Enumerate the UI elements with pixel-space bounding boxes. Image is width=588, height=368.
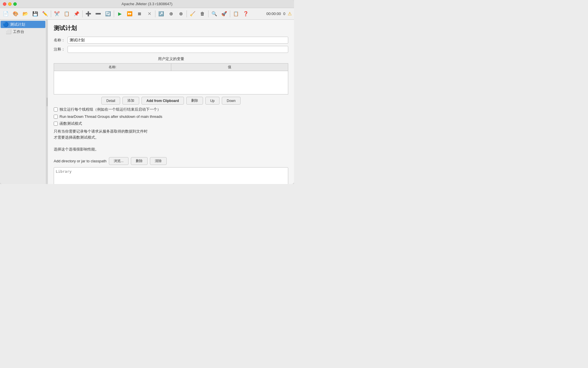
close-button[interactable] xyxy=(3,2,6,6)
open-templates-button[interactable]: 🎨 xyxy=(11,9,20,18)
copy-button[interactable]: 📋 xyxy=(62,9,71,18)
sidebar: 🔵 测试计划 ⬜ 工作台 xyxy=(0,20,46,184)
variables-thead: 名称: 值 xyxy=(54,64,288,71)
separator-7 xyxy=(230,10,230,17)
save-button[interactable]: 💾 xyxy=(31,9,40,18)
stop-button[interactable]: ⏹ xyxy=(135,9,144,18)
delete-classpath-button[interactable]: 删除 xyxy=(131,157,148,165)
reset-button[interactable]: 🚀 xyxy=(219,9,229,18)
clear-all-button[interactable]: 🗑 xyxy=(198,9,207,18)
workbench-icon: ⬜ xyxy=(6,29,12,34)
clear-button[interactable]: 🧹 xyxy=(188,9,197,18)
window-title: Apache JMeter (3.3 r1808647) xyxy=(122,2,172,6)
down-button[interactable]: Down xyxy=(222,97,241,105)
list-button[interactable]: 📋 xyxy=(231,9,241,18)
independent-run-label: 独立运行每个线程组（例如在一个组运行结束后启动下一个） xyxy=(59,107,161,112)
sidebar-item-test-plan-label: 测试计划 xyxy=(10,22,25,27)
function-test-label: 函数测试模式 xyxy=(59,121,82,126)
resize-handle[interactable] xyxy=(46,20,48,184)
function-test-row: 函数测试模式 xyxy=(54,121,288,126)
add-from-clipboard-button[interactable]: Add from Clipboard xyxy=(142,97,184,105)
separator-6 xyxy=(208,10,209,17)
col-value-header: 值 xyxy=(171,64,288,71)
minimize-button[interactable] xyxy=(8,2,12,6)
library-textarea[interactable] xyxy=(54,167,288,184)
info-line-4: 选择这个选项很影响性能。 xyxy=(54,147,99,151)
browse-button[interactable]: 浏览... xyxy=(109,157,129,165)
teardown-row: Run tearDown Thread Groups after shutdow… xyxy=(54,114,288,119)
count-display: 0 xyxy=(283,12,285,16)
name-label: 名称： xyxy=(54,38,65,43)
remote-start-button[interactable]: ↗️ xyxy=(157,9,166,18)
comment-row: 注释： xyxy=(54,46,288,53)
action-buttons-row: Detail 添加 Add from Clipboard 删除 Up Down xyxy=(54,97,288,105)
content-area: 测试计划 名称： 注释： 用户定义的变量 名称: 值 xyxy=(48,20,294,184)
variables-header-row: 名称: 值 xyxy=(54,64,288,71)
cut-button[interactable]: ✂️ xyxy=(52,9,62,18)
toolbar: 📄 🎨 📂 💾 ✏️ ✂️ 📋 📌 ➕ ➖ 🔄 ▶ ⏩ ⏹ ✕ ↗️ ⊕ ⊗ 🧹… xyxy=(0,8,294,20)
info-text: 只有当你需要记录每个请求从服务器取得的数据到文件时 才需要选择函数测试模式。 选… xyxy=(54,129,288,153)
open-button[interactable]: 📂 xyxy=(21,9,30,18)
variables-section-title: 用户定义的变量 xyxy=(54,56,288,62)
save-as-button[interactable]: ✏️ xyxy=(40,9,50,18)
page-title: 测试计划 xyxy=(54,24,288,32)
clear-classpath-button[interactable]: 清除 xyxy=(150,157,167,165)
function-test-checkbox[interactable] xyxy=(54,122,58,126)
variables-table: 名称: 值 xyxy=(54,63,288,94)
sidebar-item-workbench[interactable]: ⬜ 工作台 xyxy=(0,28,46,35)
delete-button[interactable]: 删除 xyxy=(186,97,203,105)
start-no-pause-button[interactable]: ⏩ xyxy=(125,9,134,18)
teardown-label: Run tearDown Thread Groups after shutdow… xyxy=(59,114,162,119)
main-window: Apache JMeter (3.3 r1808647) 📄 🎨 📂 💾 ✏️ … xyxy=(0,0,294,184)
remote-start-all-button[interactable]: ⊕ xyxy=(166,9,176,18)
main-layout: 🔵 测试计划 ⬜ 工作台 测试计划 名称： 注释： 用户定 xyxy=(0,20,294,184)
titlebar: Apache JMeter (3.3 r1808647) xyxy=(0,0,294,8)
paste-button[interactable]: 📌 xyxy=(72,9,81,18)
add-button[interactable]: 添加 xyxy=(122,97,139,105)
sidebar-item-workbench-label: 工作台 xyxy=(13,29,24,34)
collapse-button[interactable]: ➖ xyxy=(94,9,103,18)
info-line-1: 只有当你需要记录每个请求从服务器取得的数据到文件时 xyxy=(54,129,148,133)
search-button[interactable]: 🔍 xyxy=(210,9,219,18)
toolbar-time-area: 00:00:00 0 ⚠ xyxy=(266,11,293,16)
traffic-lights xyxy=(3,2,17,6)
teardown-checkbox[interactable] xyxy=(54,115,58,119)
warning-icon: ⚠ xyxy=(288,11,292,16)
separator-5 xyxy=(187,10,187,17)
separator-2 xyxy=(82,10,83,17)
remote-stop-all-button[interactable]: ⊗ xyxy=(176,9,185,18)
comment-label: 注释： xyxy=(54,47,65,52)
maximize-button[interactable] xyxy=(13,2,17,6)
classpath-row: Add directory or jar to classpath 浏览... … xyxy=(54,157,288,165)
expand-button[interactable]: ➕ xyxy=(84,9,93,18)
variables-tbody xyxy=(54,71,288,94)
elapsed-time: 00:00:00 xyxy=(266,12,281,16)
name-input[interactable] xyxy=(68,37,288,44)
independent-run-checkbox[interactable] xyxy=(54,107,58,111)
info-line-2: 才需要选择函数测试模式。 xyxy=(54,135,99,140)
separator-1 xyxy=(51,10,51,17)
toggle-button[interactable]: 🔄 xyxy=(103,9,113,18)
independent-run-row: 独立运行每个线程组（例如在一个组运行结束后启动下一个） xyxy=(54,107,288,112)
detail-button[interactable]: Detail xyxy=(101,97,120,105)
separator-4 xyxy=(155,10,155,17)
up-button[interactable]: Up xyxy=(205,97,219,105)
classpath-label: Add directory or jar to classpath xyxy=(54,159,107,163)
shutdown-button[interactable]: ✕ xyxy=(145,9,154,18)
separator-3 xyxy=(114,10,114,17)
new-button[interactable]: 📄 xyxy=(1,9,10,18)
comment-input[interactable] xyxy=(68,46,288,53)
start-button[interactable]: ▶ xyxy=(115,9,124,18)
sidebar-item-test-plan[interactable]: 🔵 测试计划 xyxy=(1,21,45,28)
col-name-header: 名称: xyxy=(54,64,171,71)
test-plan-icon: 🔵 xyxy=(3,22,9,27)
name-row: 名称： xyxy=(54,37,288,44)
help-button[interactable]: ❓ xyxy=(241,9,250,18)
